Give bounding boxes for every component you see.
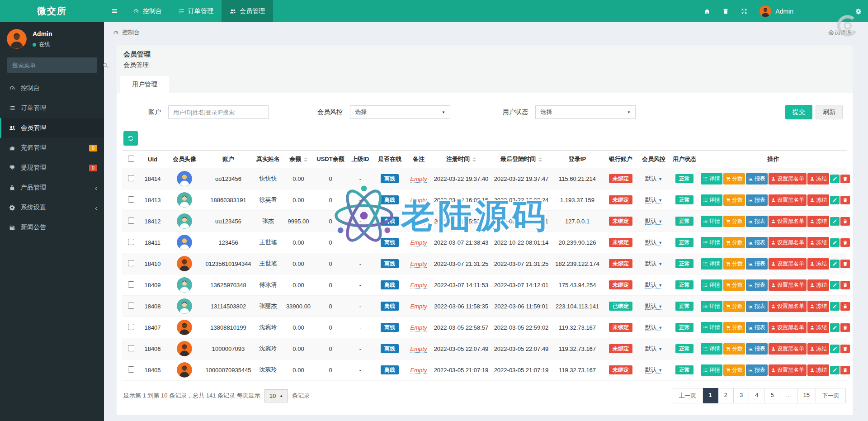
risk-control-dropdown[interactable]: 默认 ▼ [645,281,663,289]
prev-page-button[interactable]: 上一页 [673,388,703,403]
fullscreen-button[interactable] [741,8,747,14]
submit-button[interactable]: 提交 [785,105,812,119]
edit-button[interactable] [830,302,840,311]
risk-control-dropdown[interactable]: 默认 ▼ [645,175,663,182]
risk-control-dropdown[interactable]: 默认 ▼ [645,366,663,374]
blacklist-button[interactable]: 设置黑名单 [769,364,807,376]
freeze-button[interactable]: 冻结 [807,258,829,270]
row-checkbox[interactable] [128,196,134,203]
delete-button[interactable] [840,238,850,247]
edit-button[interactable] [830,260,840,268]
score-button[interactable]: 分数 [723,343,745,355]
row-checkbox[interactable] [128,324,134,330]
detail-button[interactable]: 详情 [701,194,722,206]
freeze-button[interactable]: 冻结 [807,322,829,333]
row-checkbox[interactable] [128,175,134,181]
row-checkbox[interactable] [128,239,134,245]
table-refresh-button[interactable] [123,131,138,146]
column-header-uid[interactable]: Uid [140,151,165,168]
clear-cache-button[interactable] [722,8,729,14]
detail-button[interactable]: 详情 [701,216,722,227]
sidebar-item-orders[interactable]: 订单管理 [0,98,104,118]
sidebar-item-products[interactable]: 产品管理 ‹ [0,178,104,198]
page-button-2[interactable]: 2 [718,388,734,403]
page-button-5[interactable]: 5 [764,388,780,403]
status-select[interactable]: 选择 ▼ [535,105,636,119]
home-button[interactable] [704,8,710,14]
detail-button[interactable]: 详情 [701,343,722,355]
delete-button[interactable] [840,302,850,311]
freeze-button[interactable]: 冻结 [807,343,829,355]
row-checkbox[interactable] [128,366,134,373]
column-header-user-status[interactable]: 用户状态 [670,151,699,168]
user-menu[interactable]: Admin [760,5,793,17]
freeze-button[interactable]: 冻结 [807,237,829,248]
blacklist-button[interactable]: 设置黑名单 [769,322,807,333]
freeze-button[interactable]: 冻结 [807,173,829,184]
search-button[interactable] [97,62,114,68]
blacklist-button[interactable]: 设置黑名单 [769,301,807,312]
blacklist-button[interactable]: 设置黑名单 [769,216,807,227]
remark-link[interactable]: Empty [410,197,427,204]
report-button[interactable]: 报表 [746,237,768,248]
risk-control-dropdown[interactable]: 默认 ▼ [645,324,663,331]
remark-link[interactable]: Empty [410,218,427,225]
column-header-usdt-balance[interactable]: USDT余额 [313,151,348,168]
edit-button[interactable] [830,323,840,332]
sidebar-toggle-button[interactable] [104,0,125,22]
column-header-account[interactable]: 账户 [204,151,253,168]
detail-button[interactable]: 详情 [701,279,722,291]
blacklist-button[interactable]: 设置黑名单 [769,237,807,248]
freeze-button[interactable]: 冻结 [807,364,829,376]
column-header-risk-control[interactable]: 会员风控 [638,151,670,168]
remark-link[interactable]: Empty [410,239,427,246]
column-header-login-ip[interactable]: 登录IP [551,151,604,168]
detail-button[interactable]: 详情 [701,364,722,376]
page-button-4[interactable]: 4 [749,388,764,403]
score-button[interactable]: 分数 [723,237,745,248]
score-button[interactable]: 分数 [723,194,745,206]
column-header-actions[interactable]: 操作 [699,151,847,168]
edit-button[interactable] [830,196,840,204]
detail-button[interactable]: 详情 [701,237,722,248]
detail-button[interactable]: 详情 [701,301,722,312]
column-header-online[interactable]: 是否在线 [373,151,406,168]
blacklist-button[interactable]: 设置黑名单 [769,258,807,270]
delete-button[interactable] [840,345,850,353]
detail-button[interactable]: 详情 [701,322,722,333]
column-header-balance[interactable]: 余额 [283,151,313,168]
score-button[interactable]: 分数 [723,216,745,227]
sidebar-item-news[interactable]: 新闻公告 [0,218,104,237]
score-button[interactable]: 分数 [723,279,745,291]
settings-button[interactable] [855,8,862,14]
remark-link[interactable]: Empty [410,367,427,374]
remark-link[interactable]: Empty [410,282,427,289]
report-button[interactable]: 报表 [746,194,768,206]
edit-button[interactable] [830,238,840,247]
risk-control-dropdown[interactable]: 默认 ▼ [645,196,663,203]
select-all-checkbox[interactable] [128,156,134,162]
sidebar-item-recharge[interactable]: 充值管理 0 [0,138,104,158]
score-button[interactable]: 分数 [723,258,745,270]
sidebar-item-dashboard[interactable]: 控制台 [0,78,104,98]
row-checkbox[interactable] [128,281,134,288]
tab-user-management[interactable]: 用户管理 [120,76,169,93]
report-button[interactable]: 报表 [746,364,768,376]
sidebar-item-settings[interactable]: 系统设置 ‹ [0,198,104,218]
risk-control-dropdown[interactable]: 默认 ▼ [645,345,663,352]
column-header-avatar[interactable]: 会员头像 [165,151,204,168]
edit-button[interactable] [830,366,840,374]
detail-button[interactable]: 详情 [701,173,722,184]
page-button-1[interactable]: 1 [703,388,718,403]
column-header-bank-account[interactable]: 银行账户 [604,151,638,168]
column-header-reg-time[interactable]: 注册时间 [431,151,491,168]
edit-button[interactable] [830,345,840,353]
report-button[interactable]: 报表 [746,301,768,312]
freeze-button[interactable]: 冻结 [807,301,829,312]
row-checkbox[interactable] [128,260,134,266]
column-header-real-name[interactable]: 真实姓名 [253,151,283,168]
breadcrumb[interactable]: 控制台 [113,28,140,37]
next-page-button[interactable]: 下一页 [816,388,846,403]
remark-link[interactable]: Empty [410,175,427,183]
remark-link[interactable]: Empty [410,260,427,268]
